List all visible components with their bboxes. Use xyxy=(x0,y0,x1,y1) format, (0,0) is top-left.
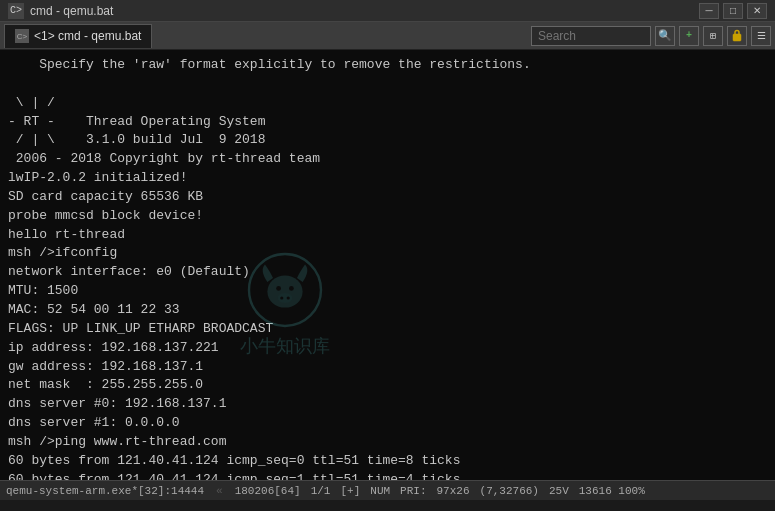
search-icon[interactable]: 🔍 xyxy=(655,26,675,46)
tab-toolbar: 🔍 + ⊞ ☰ xyxy=(531,26,771,46)
title-bar-icon: C> xyxy=(8,3,24,19)
terminal-text: Specify the 'raw' format explicitly to r… xyxy=(8,56,767,480)
minimize-button[interactable]: ─ xyxy=(699,3,719,19)
title-bar: C> cmd - qemu.bat ─ □ ✕ xyxy=(0,0,775,22)
maximize-button[interactable]: □ xyxy=(723,3,743,19)
lock-icon xyxy=(727,26,747,46)
add-button[interactable]: + xyxy=(679,26,699,46)
status-memory: 13616 100% xyxy=(579,485,645,497)
status-pri: PRI: xyxy=(400,485,426,497)
title-bar-title: cmd - qemu.bat xyxy=(30,4,113,18)
status-insert: [+] xyxy=(340,485,360,497)
terminal-output: Specify the 'raw' format explicitly to r… xyxy=(0,50,775,480)
tab-icon: C> xyxy=(15,29,29,43)
status-bar: qemu-system-arm.exe*[32]:14444 « 180206[… xyxy=(0,480,775,500)
status-fraction: 1/1 xyxy=(311,485,331,497)
title-bar-controls: ─ □ ✕ xyxy=(699,3,767,19)
status-process: qemu-system-arm.exe*[32]:14444 xyxy=(6,485,204,497)
status-position: 180206[64] xyxy=(235,485,301,497)
settings-icon[interactable]: ☰ xyxy=(751,26,771,46)
search-input[interactable] xyxy=(531,26,651,46)
tab-cmd[interactable]: C> <1> cmd - qemu.bat xyxy=(4,24,152,48)
status-coord: (7,32766) xyxy=(480,485,539,497)
tab-bar: C> <1> cmd - qemu.bat 🔍 + ⊞ ☰ xyxy=(0,22,775,50)
status-zoom: 25V xyxy=(549,485,569,497)
status-num: NUM xyxy=(370,485,390,497)
layout-icon[interactable]: ⊞ xyxy=(703,26,723,46)
svg-rect-0 xyxy=(733,34,741,41)
tab-label: <1> cmd - qemu.bat xyxy=(34,29,141,43)
status-pri-val: 97x26 xyxy=(437,485,470,497)
close-button[interactable]: ✕ xyxy=(747,3,767,19)
